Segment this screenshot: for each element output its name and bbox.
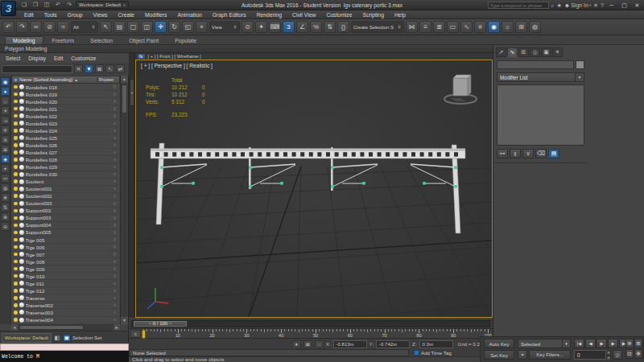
pin-stack-icon[interactable]: ⊶ — [497, 149, 508, 158]
light-toggle-icon[interactable] — [14, 253, 18, 257]
scene-object-row[interactable]: Rondelles 029 — [11, 164, 120, 171]
scene-object-row[interactable]: Rondelles 019 — [11, 91, 120, 98]
redo-icon[interactable]: ↷ ▾ — [16, 21, 28, 33]
scene-object-row[interactable]: Tige 005 — [11, 237, 120, 244]
frozen-checkbox[interactable] — [114, 238, 117, 241]
viewport-label[interactable]: [ + ] [ Perspective ] [ Realistic ] — [141, 63, 213, 68]
workspace-tab[interactable]: Workspace: Default — [2, 333, 52, 343]
time-slider-track[interactable]: < 0 / 100 > — [131, 320, 490, 327]
pan-icon[interactable]: ✥ — [634, 349, 642, 359]
frozen-checkbox[interactable] — [114, 260, 117, 263]
time-slider-handle[interactable]: < 0 / 100 > — [134, 321, 187, 327]
frozen-checkbox[interactable] — [114, 282, 117, 286]
light-toggle-icon[interactable] — [14, 194, 18, 198]
scene-object-row[interactable]: Rondelles 026 — [11, 142, 120, 149]
filter-frozen-icon[interactable]: ❄ — [1, 193, 10, 202]
fx-badge[interactable]: fx — [138, 54, 145, 59]
scene-object-row[interactable]: Tige 008 — [11, 258, 120, 265]
frozen-checkbox[interactable] — [114, 187, 117, 191]
light-toggle-icon[interactable] — [14, 143, 18, 147]
light-toggle-icon[interactable] — [14, 129, 18, 133]
frozen-checkbox[interactable] — [114, 231, 117, 234]
time-configuration-icon[interactable]: ◷ — [613, 350, 622, 360]
restore-button[interactable]: ▢ — [619, 2, 630, 10]
scene-object-row[interactable]: Tige 007 — [11, 251, 120, 258]
scene-object-row[interactable]: Soutient — [11, 179, 120, 186]
search-input[interactable] — [488, 2, 549, 9]
light-toggle-icon[interactable] — [14, 260, 18, 264]
ribbon-tab[interactable]: Populate — [167, 37, 204, 44]
light-toggle-icon[interactable] — [14, 224, 18, 228]
scene-object-row[interactable]: Support002 — [11, 208, 120, 215]
filter-lights-icon[interactable]: ☀ — [1, 106, 10, 115]
ribbon-tab[interactable]: Freeform — [45, 37, 82, 44]
sign-in-menu[interactable]: ☻ Sign In ▾ — [564, 2, 591, 8]
filter-shapes-icon[interactable]: ◇ — [1, 97, 10, 105]
light-toggle-icon[interactable] — [14, 85, 18, 89]
play-icon[interactable]: ▶ — [597, 339, 607, 348]
frozen-checkbox[interactable] — [114, 202, 117, 205]
scene-object-row[interactable]: Rondelles 023 — [11, 120, 120, 127]
expand-all-icon[interactable]: ⊕ — [1, 212, 10, 221]
absolute-offset-toggle-icon[interactable]: ⁙ — [315, 340, 324, 348]
light-toggle-icon[interactable] — [14, 267, 18, 271]
make-unique-icon[interactable]: ∨ — [522, 149, 534, 158]
frozen-checkbox[interactable] — [114, 130, 117, 133]
sync-selection-icon[interactable]: ⇄ — [116, 64, 125, 73]
background-viewport-label[interactable]: [ + ] [ Front ] [ Wireframe ] — [148, 54, 201, 59]
light-toggle-icon[interactable] — [14, 179, 18, 183]
render-setup-icon[interactable]: ☼ ▾ — [502, 21, 514, 33]
remove-modifier-icon[interactable]: ⌫ — [535, 149, 547, 158]
scene-object-row[interactable]: Support004 — [11, 222, 120, 229]
frozen-checkbox[interactable] — [114, 166, 117, 169]
light-toggle-icon[interactable] — [14, 100, 18, 104]
frozen-checkbox[interactable] — [114, 137, 117, 140]
scene-object-row[interactable]: Rondelles 024 — [11, 127, 120, 134]
exchange-apps-icon[interactable]: ✕ — [593, 2, 598, 9]
ribbon-toggle-icon[interactable]: ▭ ▾ — [447, 21, 459, 33]
scene-object-row[interactable]: Rondelles 022 — [11, 113, 120, 120]
open-file-icon[interactable]: ❐ — [31, 1, 40, 9]
app-logo-icon[interactable]: 3 — [1, 1, 16, 16]
menu-item[interactable]: Scripting — [357, 12, 388, 18]
maxscript-listener-pane[interactable]: Welcome to M — [0, 351, 129, 362]
pick-object-icon[interactable]: ↖ — [105, 64, 114, 73]
select-and-place-icon[interactable]: ⌖ ▾ — [196, 21, 208, 33]
menu-item[interactable]: Views — [88, 12, 112, 18]
scrollbar-thumb[interactable] — [19, 325, 84, 330]
previous-frame-arrow[interactable]: < — [147, 321, 153, 326]
scene-object-row[interactable]: Rondelles 021 — [11, 105, 120, 113]
light-toggle-icon[interactable] — [14, 318, 18, 322]
light-toggle-icon[interactable] — [14, 150, 18, 154]
frozen-checkbox[interactable] — [114, 180, 117, 183]
filter-groups-icon[interactable]: ⊞ — [1, 145, 10, 154]
snaps-toggle-icon[interactable]: 3 ▾ — [283, 21, 295, 33]
select-and-move-icon[interactable]: ✛ ▾ — [155, 21, 167, 33]
light-toggle-icon[interactable] — [14, 238, 18, 242]
mini-curve-editor-button[interactable]: ≡ — [130, 330, 141, 338]
zoom-icon[interactable]: ⊕ — [625, 339, 634, 348]
frozen-checkbox[interactable] — [114, 209, 117, 212]
new-file-icon[interactable]: ❏ — [19, 1, 29, 9]
isolate-selection-icon[interactable]: ♦ — [292, 340, 301, 348]
scene-object-row[interactable]: Tige 009 — [11, 265, 120, 273]
show-end-result-icon[interactable]: ‖ — [510, 149, 521, 158]
frozen-checkbox[interactable] — [114, 224, 117, 227]
frozen-checkbox[interactable] — [114, 93, 117, 96]
frozen-checkbox[interactable] — [114, 100, 117, 103]
selection-filter-dropdown[interactable]: All ▾ — [71, 21, 98, 33]
bind-to-space-warp-icon[interactable]: ≈ ▾ — [57, 21, 69, 33]
selection-set-dropdown[interactable]: Selected▼ — [518, 339, 571, 348]
frozen-checkbox[interactable] — [114, 158, 117, 162]
scroll-up-icon[interactable]: ▲ — [121, 76, 128, 83]
minimize-button[interactable]: ─ — [606, 2, 617, 10]
frozen-checkbox[interactable] — [114, 107, 117, 110]
light-toggle-icon[interactable] — [14, 187, 18, 191]
frozen-checkbox[interactable] — [114, 173, 117, 176]
frozen-checkbox[interactable] — [114, 245, 117, 249]
named-selection-sets-dropdown[interactable]: Create Selection S ▾ — [351, 21, 404, 33]
viewport-layout-tab[interactable]: + — [130, 79, 134, 106]
frozen-checkbox[interactable] — [114, 151, 117, 154]
gantry-beam[interactable] — [151, 150, 465, 158]
select-by-name-icon[interactable]: ▤ ▾ — [114, 21, 126, 33]
